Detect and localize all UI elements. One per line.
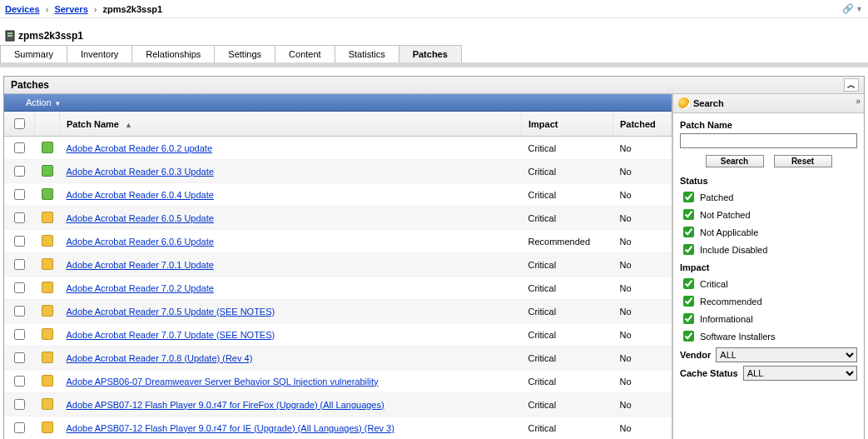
reset-button[interactable]: Reset — [774, 155, 832, 167]
patched-cell: No — [613, 370, 672, 393]
impact-cell: Critical — [522, 137, 613, 160]
search-panel: Search » Patch Name Search Reset Status … — [672, 94, 864, 439]
link-icon[interactable]: 🔗▼ — [842, 3, 863, 14]
row-checkbox[interactable] — [14, 352, 25, 363]
search-icon — [678, 97, 690, 109]
patches-panel: Patches ︽ Action ▾ P — [3, 76, 865, 439]
impact-checkbox[interactable] — [683, 278, 694, 289]
patch-link[interactable]: Adobe Acrobat Reader 7.0.5 Update (SEE N… — [67, 307, 275, 317]
patched-cell: No — [613, 160, 672, 183]
row-checkbox[interactable] — [14, 306, 25, 317]
package-icon — [42, 165, 53, 177]
patch-link[interactable]: Adobe Acrobat Reader 6.0.5 Update — [67, 213, 214, 223]
patched-cell: No — [613, 300, 672, 323]
row-checkbox[interactable] — [14, 212, 25, 223]
status-row: Patched — [680, 189, 857, 205]
cache-status-select[interactable]: ALL — [743, 366, 857, 381]
impact-cell: Critical — [522, 393, 613, 417]
table-row: Adobe Acrobat Reader 7.0.5 Update (SEE N… — [4, 300, 672, 323]
breadcrumb-current: zpms2k3ssp1 — [103, 4, 163, 14]
impact-cell: Critical — [522, 183, 613, 207]
search-button[interactable]: Search — [706, 155, 764, 167]
impact-label: Informational — [700, 314, 753, 324]
header-patched[interactable]: Patched — [613, 112, 672, 137]
patched-cell: No — [613, 417, 672, 440]
svg-rect-1 — [7, 32, 12, 34]
package-icon — [42, 422, 53, 433]
row-checkbox[interactable] — [14, 142, 25, 153]
impact-cell: Critical — [522, 277, 613, 300]
package-icon — [42, 375, 53, 387]
patch-link[interactable]: Adobe Acrobat Reader 7.0.8 (Update) (Rev… — [67, 353, 253, 363]
patch-link[interactable]: Adobe APSB06-07 Dreamweaver Server Behav… — [67, 377, 379, 387]
header-patch-name-label: Patch Name — [67, 119, 119, 129]
header-patch-name[interactable]: Patch Name ▲ — [60, 112, 522, 137]
vendor-select[interactable]: ALL — [716, 347, 857, 362]
patches-grid: Action ▾ Patch Name ▲ Impac — [4, 94, 672, 439]
tab-settings[interactable]: Settings — [214, 45, 275, 62]
patch-link[interactable]: Adobe APSB07-12 Flash Player 9.0.r47 for… — [67, 400, 384, 410]
tab-summary[interactable]: Summary — [0, 45, 67, 62]
package-icon — [42, 282, 53, 293]
tab-inventory[interactable]: Inventory — [67, 45, 132, 62]
chevron-down-icon: ▾ — [56, 99, 60, 107]
action-menu[interactable]: Action ▾ — [26, 97, 60, 107]
impact-label: Critical — [700, 279, 728, 289]
table-row: Adobe Acrobat Reader 7.0.8 (Update) (Rev… — [4, 347, 672, 370]
chevron-down-icon: ▼ — [856, 5, 863, 13]
status-checkbox[interactable] — [683, 227, 694, 237]
sort-asc-icon: ▲ — [125, 121, 132, 129]
tab-relationships[interactable]: Relationships — [131, 45, 215, 62]
status-checkbox[interactable] — [683, 209, 694, 220]
expand-icon[interactable]: » — [856, 97, 861, 106]
status-checkbox[interactable] — [683, 192, 694, 202]
breadcrumb-sep: › — [94, 4, 97, 14]
impact-checkbox[interactable] — [683, 313, 694, 324]
patch-link[interactable]: Adobe Acrobat Reader 7.0.2 Update — [67, 283, 214, 293]
tab-patches[interactable]: Patches — [399, 45, 462, 62]
patch-name-input[interactable] — [680, 133, 857, 148]
patch-link[interactable]: Adobe Acrobat Reader 6.0.3 Update — [67, 167, 214, 177]
row-checkbox[interactable] — [14, 259, 25, 270]
package-icon — [42, 235, 53, 247]
row-checkbox[interactable] — [14, 189, 25, 200]
row-checkbox[interactable] — [14, 166, 25, 177]
breadcrumb-devices[interactable]: Devices — [5, 4, 40, 14]
impact-checkbox[interactable] — [683, 296, 694, 307]
patched-cell: No — [613, 393, 672, 417]
patch-link[interactable]: Adobe Acrobat Reader 6.0.4 Update — [67, 190, 214, 200]
svg-rect-2 — [7, 35, 12, 37]
row-checkbox[interactable] — [14, 236, 25, 247]
breadcrumb-servers[interactable]: Servers — [54, 4, 87, 14]
table-row: Adobe APSB07-12 Flash Player 9.0.r47 for… — [4, 417, 672, 440]
status-checkbox[interactable] — [683, 244, 694, 255]
patched-cell: No — [613, 277, 672, 300]
select-all-checkbox[interactable] — [14, 118, 25, 129]
header-impact[interactable]: Impact — [522, 112, 613, 137]
tab-statistics[interactable]: Statistics — [335, 45, 399, 62]
row-checkbox[interactable] — [14, 376, 25, 387]
impact-checkbox[interactable] — [683, 331, 694, 342]
row-checkbox[interactable] — [14, 329, 25, 340]
patch-link[interactable]: Adobe Acrobat Reader 6.0.2 update — [67, 143, 213, 153]
patch-link[interactable]: Adobe APSB07-12 Flash Player 9.0.r47 for… — [67, 423, 394, 433]
breadcrumb-sep: › — [46, 4, 49, 14]
action-menu-label: Action — [26, 97, 52, 107]
collapse-icon[interactable]: ︽ — [844, 78, 859, 92]
patch-link[interactable]: Adobe Acrobat Reader 6.0.6 Update — [67, 237, 214, 247]
patched-cell: No — [613, 230, 672, 253]
row-checkbox[interactable] — [14, 399, 25, 410]
patches-panel-title: Patches — [11, 79, 49, 91]
impact-row: Informational — [680, 311, 857, 327]
patch-link[interactable]: Adobe Acrobat Reader 7.0.1 Update — [67, 260, 214, 270]
row-checkbox[interactable] — [14, 282, 25, 293]
table-row: Adobe Acrobat Reader 6.0.5 UpdateCritica… — [4, 207, 672, 230]
impact-label: Recommended — [700, 297, 762, 307]
tab-content[interactable]: Content — [275, 45, 335, 62]
impact-row: Recommended — [680, 293, 857, 309]
impact-cell: Critical — [522, 323, 613, 347]
patch-link[interactable]: Adobe Acrobat Reader 7.0.7 Update (SEE N… — [67, 330, 275, 340]
row-checkbox[interactable] — [14, 422, 25, 433]
impact-cell: Critical — [522, 160, 613, 183]
package-icon — [42, 212, 53, 223]
